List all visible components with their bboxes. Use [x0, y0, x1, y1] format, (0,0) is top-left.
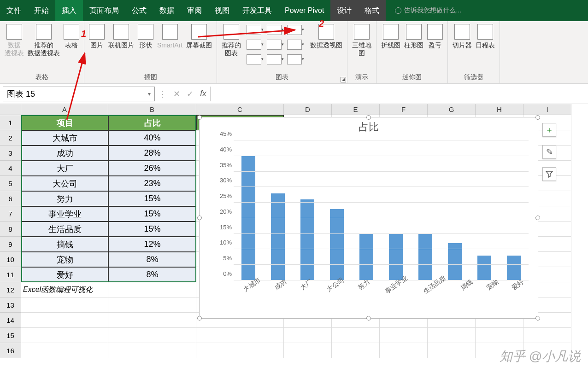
sparkline-column-button[interactable]: 柱形图	[402, 23, 425, 50]
line-chart-icon[interactable]	[247, 40, 261, 50]
tab-format[interactable]: 格式	[358, 0, 386, 21]
chart-bar[interactable]	[359, 234, 373, 280]
cell[interactable]: 15%	[108, 206, 196, 222]
3d-map-button[interactable]: 三维地 图	[350, 23, 373, 58]
col-header-H[interactable]: H	[476, 104, 523, 115]
row-header[interactable]: 10	[0, 252, 21, 267]
surface-chart-icon[interactable]	[287, 54, 302, 64]
pivot-chart-button[interactable]: 数据透视图	[308, 23, 344, 50]
tab-view[interactable]: 视图	[208, 0, 236, 21]
cell[interactable]: 项目	[21, 115, 108, 130]
hierarchy-chart-icon[interactable]	[267, 25, 282, 35]
resize-handle[interactable]	[197, 115, 202, 120]
cell[interactable]: 40%	[108, 130, 196, 146]
formula-input[interactable]	[210, 87, 585, 101]
resize-handle[interactable]	[366, 115, 371, 120]
resize-handle[interactable]	[535, 115, 540, 120]
tab-layout[interactable]: 页面布局	[83, 0, 125, 21]
tab-dev[interactable]: 开发工具	[236, 0, 278, 21]
cell[interactable]	[196, 343, 284, 358]
picture-button[interactable]: 图片	[87, 23, 106, 50]
pivot-table-button[interactable]: 数据 透视表	[3, 23, 26, 58]
resize-handle[interactable]	[535, 316, 540, 321]
cell[interactable]: 大城市	[21, 130, 108, 146]
col-header-E[interactable]: E	[332, 104, 380, 115]
cell[interactable]	[196, 328, 284, 343]
row-header[interactable]: 4	[0, 161, 21, 176]
cell[interactable]	[108, 282, 196, 297]
cell[interactable]	[380, 343, 428, 358]
smartart-button[interactable]: SmartArt	[155, 23, 184, 50]
row-header[interactable]: 3	[0, 146, 21, 161]
chart-plot-area[interactable]: 0%5%10%15%20%25%30%35%40%45%	[215, 140, 529, 280]
cell[interactable]	[108, 328, 196, 343]
combo-chart-icon[interactable]	[287, 40, 302, 50]
cell[interactable]: 大厂	[21, 161, 108, 176]
chart-bar[interactable]	[418, 234, 432, 280]
chart-elements-button[interactable]: ＋	[542, 123, 556, 137]
cell[interactable]: 12%	[108, 237, 196, 252]
cell[interactable]: 爱好	[21, 267, 108, 282]
cell[interactable]	[284, 343, 332, 358]
chart-filter-button[interactable]	[542, 167, 556, 181]
row-header[interactable]: 7	[0, 206, 21, 222]
col-header-B[interactable]: B	[108, 104, 196, 115]
cell[interactable]	[523, 328, 571, 343]
tab-home[interactable]: 开始	[28, 0, 55, 21]
col-header-D[interactable]: D	[284, 104, 332, 115]
row-header[interactable]: 14	[0, 313, 21, 328]
chart-bar[interactable]	[507, 256, 521, 280]
fx-icon[interactable]: fx	[200, 89, 206, 99]
charts-dialog-launcher[interactable]: ◢	[341, 77, 346, 82]
cell[interactable]	[380, 328, 428, 343]
cell[interactable]	[284, 328, 332, 343]
cell[interactable]: 28%	[108, 146, 196, 161]
online-picture-button[interactable]: 联机图片	[106, 23, 136, 50]
pie-chart-icon[interactable]	[247, 54, 261, 64]
cell[interactable]	[108, 297, 196, 313]
tab-review[interactable]: 审阅	[181, 0, 208, 21]
cell[interactable]	[428, 328, 476, 343]
shapes-button[interactable]: 形状	[136, 23, 155, 50]
col-header-A[interactable]: A	[21, 104, 108, 115]
row-header[interactable]: 16	[0, 343, 21, 358]
chevron-down-icon[interactable]: ▾	[148, 91, 151, 97]
table-button[interactable]: 表格	[62, 23, 81, 50]
row-header[interactable]: 9	[0, 237, 21, 252]
cell[interactable]	[332, 328, 380, 343]
cell[interactable]: 占比	[108, 115, 196, 130]
resize-handle[interactable]	[197, 316, 202, 321]
recommended-pivot-button[interactable]: 推荐的 数据透视表	[26, 23, 62, 58]
cell[interactable]	[21, 328, 108, 343]
name-box[interactable]: 图表 15 ▾	[3, 87, 155, 101]
tab-data[interactable]: 数据	[153, 0, 181, 21]
screenshot-button[interactable]: 屏幕截图	[184, 23, 214, 50]
select-all-corner[interactable]	[0, 104, 21, 115]
embedded-chart[interactable]: 占比 0%5%10%15%20%25%30%35%40%45% 大城市成功大厂大…	[199, 117, 538, 319]
tab-design[interactable]: 设计	[330, 0, 358, 21]
tab-insert[interactable]: 插入	[55, 0, 83, 21]
slicer-button[interactable]: 切片器	[451, 23, 474, 50]
cell[interactable]: 15%	[108, 222, 196, 237]
enter-icon[interactable]: ✓	[187, 89, 194, 99]
row-header[interactable]: 13	[0, 297, 21, 313]
resize-handle[interactable]	[197, 216, 202, 220]
cell[interactable]: 26%	[108, 161, 196, 176]
col-header-G[interactable]: G	[428, 104, 476, 115]
column-chart-icon[interactable]	[247, 25, 261, 35]
cell[interactable]: 8%	[108, 267, 196, 282]
row-header[interactable]: 8	[0, 222, 21, 237]
chart-bar[interactable]	[389, 234, 403, 280]
timeline-button[interactable]: 日程表	[474, 23, 497, 50]
cell[interactable]	[332, 343, 380, 358]
sparkline-winloss-button[interactable]: 盈亏	[425, 23, 445, 50]
row-header[interactable]: 11	[0, 267, 21, 282]
chart-bar[interactable]	[241, 156, 255, 280]
cell[interactable]	[21, 343, 108, 358]
chart-bar[interactable]	[300, 199, 314, 280]
cell[interactable]: 大公司	[21, 176, 108, 191]
cell[interactable]: 8%	[108, 252, 196, 267]
tab-file[interactable]: 文件	[0, 0, 28, 21]
row-header[interactable]: 6	[0, 191, 21, 206]
tell-me-search[interactable]: 告诉我您想做什么...	[395, 6, 461, 15]
